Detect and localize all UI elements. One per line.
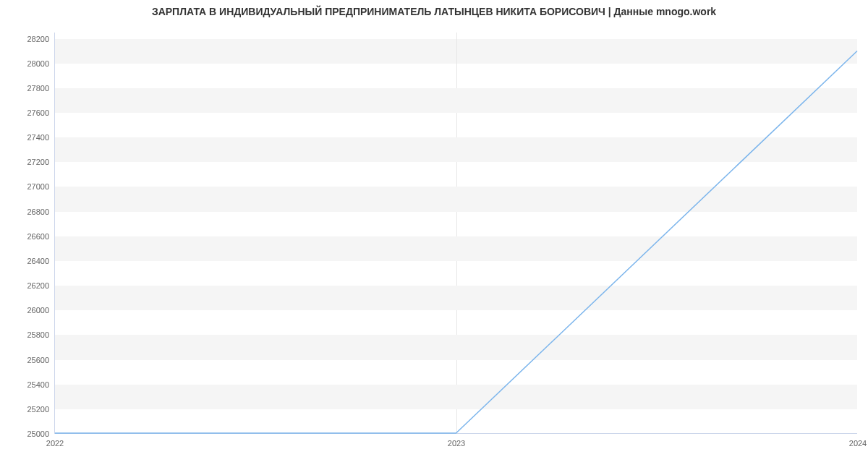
- y-tick-label: 25800: [27, 330, 49, 339]
- chart-title: ЗАРПЛАТА В ИНДИВИДУАЛЬНЫЙ ПРЕДПРИНИМАТЕЛ…: [0, 6, 868, 17]
- y-tick-label: 27600: [27, 108, 49, 117]
- series-line: [55, 51, 857, 433]
- y-tick-label: 27800: [27, 84, 49, 93]
- y-tick-label: 28200: [27, 35, 49, 43]
- y-tick-label: 27200: [27, 158, 49, 166]
- plot-area: 2500025200254002560025800260002620026400…: [54, 33, 857, 434]
- y-tick-label: 27000: [27, 182, 49, 191]
- x-tick-label: 2022: [46, 439, 64, 448]
- y-tick-label: 27400: [27, 133, 49, 142]
- y-tick-label: 26000: [27, 306, 49, 315]
- chart-container: ЗАРПЛАТА В ИНДИВИДУАЛЬНЫЙ ПРЕДПРИНИМАТЕЛ…: [0, 0, 868, 470]
- x-tick-label: 2023: [448, 439, 465, 448]
- y-tick-label: 28000: [27, 59, 49, 68]
- y-tick-label: 25600: [27, 356, 49, 364]
- y-tick-label: 26800: [27, 208, 49, 216]
- y-tick-label: 26400: [27, 257, 49, 265]
- x-tick-label: 2024: [849, 439, 867, 448]
- line-layer: [55, 33, 857, 433]
- y-tick-label: 25400: [27, 380, 49, 389]
- y-tick-label: 25000: [27, 430, 49, 438]
- y-tick-label: 25200: [27, 405, 49, 414]
- y-tick-label: 26200: [27, 281, 49, 290]
- y-tick-label: 26600: [27, 232, 49, 241]
